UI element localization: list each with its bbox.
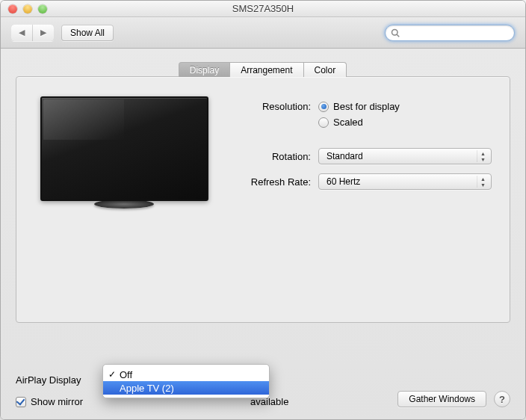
radio-label: Scaled [333,117,363,128]
zoom-icon[interactable] [38,4,47,13]
display-panel: Resolution: Best for display Scaled [16,76,510,323]
tab-strip: Display Arrangement Color [16,62,510,77]
back-button[interactable]: ◀ [11,25,32,41]
label-refresh-rate: Refresh Rate: [233,176,311,188]
label-show-mirroring-left: Show mirror [31,396,83,407]
row-resolution: Resolution: Best for display Scaled [233,101,492,128]
label-airplay-display: AirPlay Display [16,374,81,386]
show-all-button[interactable]: Show All [61,25,114,41]
form-column: Resolution: Best for display Scaled [233,96,492,303]
menu-item-appletv[interactable]: Apple TV (2) [103,381,269,395]
dropdown-arrows-icon: ▲▼ [477,176,489,188]
tab-arrangement[interactable]: Arrangement [229,62,303,77]
svg-line-1 [397,34,399,37]
rotation-dropdown[interactable]: Standard ▲▼ [318,148,492,164]
radio-best-for-display[interactable]: Best for display [318,101,400,112]
close-icon[interactable] [8,4,17,13]
radio-icon [318,102,329,112]
toolbar: ◀ ▶ Show All [1,17,525,49]
minimize-icon[interactable] [23,4,32,13]
search-icon [391,28,400,37]
titlebar: SMS27A350H [1,1,525,17]
search-input[interactable] [385,25,515,41]
refresh-rate-dropdown[interactable]: 60 Hertz ▲▼ [318,173,492,190]
search-wrap [385,25,515,41]
dropdown-arrows-icon: ▲▼ [477,150,489,162]
chevron-left-icon: ◀ [19,28,25,37]
row-rotation: Rotation: Standard ▲▼ [233,147,492,165]
menu-item-label: Off [120,369,132,380]
radio-icon [318,117,329,128]
airplay-menu: Off Apple TV (2) [102,364,270,398]
menu-item-label: Apple TV (2) [120,383,174,394]
side-actions: Gather Windows ? [397,391,510,407]
help-button[interactable]: ? [494,391,510,407]
window-title: SMS27A350H [1,3,525,14]
dropdown-value: 60 Hertz [327,176,360,187]
tab-display[interactable]: Display [179,62,230,77]
label-resolution: Resolution: [233,101,311,112]
row-refresh-rate: Refresh Rate: 60 Hertz ▲▼ [233,173,492,191]
label-rotation: Rotation: [233,151,311,162]
tab-color[interactable]: Color [303,62,347,77]
resolution-radio-group: Best for display Scaled [318,101,400,128]
gather-windows-button[interactable]: Gather Windows [397,391,486,407]
content: Display Arrangement Color Resolution: Be… [1,49,525,419]
nav-group: ◀ ▶ [11,25,54,41]
monitor-preview [34,96,214,303]
forward-button[interactable]: ▶ [32,25,54,41]
preferences-window: SMS27A350H ◀ ▶ Show All Display Arrangem… [0,0,526,420]
menu-item-off[interactable]: Off [103,368,269,381]
radio-scaled[interactable]: Scaled [318,117,400,128]
traffic-lights [1,4,47,13]
chevron-right-icon: ▶ [40,28,46,37]
svg-point-0 [392,29,398,35]
monitor-icon [40,96,208,201]
radio-label: Best for display [333,101,400,112]
checkbox-show-mirroring[interactable] [16,397,26,407]
dropdown-value: Standard [327,151,363,161]
